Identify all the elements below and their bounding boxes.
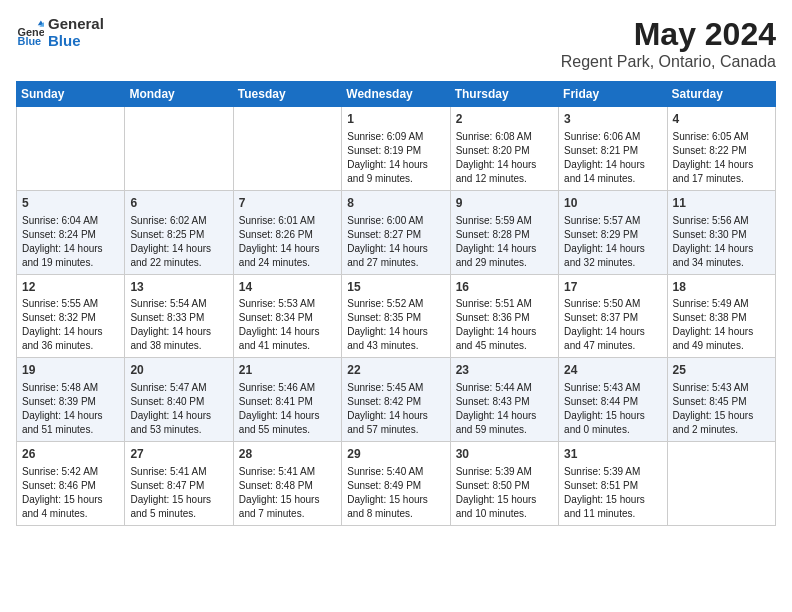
day-header-sunday: Sunday xyxy=(17,82,125,107)
logo-text-general: General xyxy=(48,16,104,33)
day-info-text: Sunset: 8:39 PM xyxy=(22,395,119,409)
day-number: 12 xyxy=(22,279,119,296)
day-info-text: Sunrise: 5:59 AM xyxy=(456,214,553,228)
calendar-cell: 8Sunrise: 6:00 AMSunset: 8:27 PMDaylight… xyxy=(342,190,450,274)
calendar-cell: 19Sunrise: 5:48 AMSunset: 8:39 PMDayligh… xyxy=(17,358,125,442)
day-number: 17 xyxy=(564,279,661,296)
day-info-text: and 0 minutes. xyxy=(564,423,661,437)
calendar-cell: 18Sunrise: 5:49 AMSunset: 8:38 PMDayligh… xyxy=(667,274,775,358)
day-info-text: Sunset: 8:35 PM xyxy=(347,311,444,325)
calendar-header: SundayMondayTuesdayWednesdayThursdayFrid… xyxy=(17,82,776,107)
day-number: 16 xyxy=(456,279,553,296)
day-info-text: Sunset: 8:22 PM xyxy=(673,144,770,158)
day-info-text: Sunrise: 6:01 AM xyxy=(239,214,336,228)
day-info-text: and 11 minutes. xyxy=(564,507,661,521)
day-number: 30 xyxy=(456,446,553,463)
calendar-cell: 30Sunrise: 5:39 AMSunset: 8:50 PMDayligh… xyxy=(450,442,558,526)
day-info-text: Sunset: 8:41 PM xyxy=(239,395,336,409)
calendar-cell: 6Sunrise: 6:02 AMSunset: 8:25 PMDaylight… xyxy=(125,190,233,274)
day-info-text: Sunset: 8:38 PM xyxy=(673,311,770,325)
day-info-text: Sunset: 8:29 PM xyxy=(564,228,661,242)
day-number: 8 xyxy=(347,195,444,212)
day-info-text: Sunrise: 6:06 AM xyxy=(564,130,661,144)
day-number: 23 xyxy=(456,362,553,379)
day-info-text: Sunrise: 6:05 AM xyxy=(673,130,770,144)
day-info-text: Sunset: 8:37 PM xyxy=(564,311,661,325)
calendar-cell: 14Sunrise: 5:53 AMSunset: 8:34 PMDayligh… xyxy=(233,274,341,358)
day-info-text: Sunset: 8:21 PM xyxy=(564,144,661,158)
calendar-cell: 7Sunrise: 6:01 AMSunset: 8:26 PMDaylight… xyxy=(233,190,341,274)
day-info-text: Daylight: 14 hours xyxy=(239,242,336,256)
day-info-text: Daylight: 15 hours xyxy=(456,493,553,507)
day-info-text: Sunrise: 5:41 AM xyxy=(239,465,336,479)
calendar-cell: 16Sunrise: 5:51 AMSunset: 8:36 PMDayligh… xyxy=(450,274,558,358)
day-number: 28 xyxy=(239,446,336,463)
day-info-text: and 19 minutes. xyxy=(22,256,119,270)
day-info-text: and 45 minutes. xyxy=(456,339,553,353)
day-info-text: Sunrise: 5:45 AM xyxy=(347,381,444,395)
day-info-text: Sunset: 8:24 PM xyxy=(22,228,119,242)
title-block: May 2024 Regent Park, Ontario, Canada xyxy=(561,16,776,71)
day-header-thursday: Thursday xyxy=(450,82,558,107)
day-info-text: Sunrise: 5:43 AM xyxy=(564,381,661,395)
day-info-text: Sunrise: 5:55 AM xyxy=(22,297,119,311)
day-info-text: Sunrise: 5:46 AM xyxy=(239,381,336,395)
day-info-text: Sunrise: 5:39 AM xyxy=(564,465,661,479)
day-info-text: Sunset: 8:28 PM xyxy=(456,228,553,242)
day-info-text: and 17 minutes. xyxy=(673,172,770,186)
day-info-text: Sunset: 8:32 PM xyxy=(22,311,119,325)
day-info-text: Daylight: 15 hours xyxy=(130,493,227,507)
day-info-text: Sunset: 8:36 PM xyxy=(456,311,553,325)
day-info-text: Daylight: 14 hours xyxy=(22,325,119,339)
day-info-text: Daylight: 14 hours xyxy=(347,325,444,339)
day-info-text: Sunrise: 6:02 AM xyxy=(130,214,227,228)
day-info-text: Daylight: 14 hours xyxy=(22,409,119,423)
day-number: 20 xyxy=(130,362,227,379)
calendar-cell: 22Sunrise: 5:45 AMSunset: 8:42 PMDayligh… xyxy=(342,358,450,442)
day-info-text: Daylight: 14 hours xyxy=(130,242,227,256)
day-info-text: Sunset: 8:26 PM xyxy=(239,228,336,242)
day-number: 3 xyxy=(564,111,661,128)
day-info-text: and 5 minutes. xyxy=(130,507,227,521)
calendar-cell: 3Sunrise: 6:06 AMSunset: 8:21 PMDaylight… xyxy=(559,107,667,191)
day-info-text: Sunrise: 5:51 AM xyxy=(456,297,553,311)
day-number: 15 xyxy=(347,279,444,296)
day-number: 13 xyxy=(130,279,227,296)
calendar-cell: 26Sunrise: 5:42 AMSunset: 8:46 PMDayligh… xyxy=(17,442,125,526)
calendar-cell: 17Sunrise: 5:50 AMSunset: 8:37 PMDayligh… xyxy=(559,274,667,358)
day-info-text: and 8 minutes. xyxy=(347,507,444,521)
day-info-text: and 34 minutes. xyxy=(673,256,770,270)
page-header: General Blue General Blue May 2024 Regen… xyxy=(16,16,776,71)
day-info-text: Sunrise: 6:09 AM xyxy=(347,130,444,144)
day-info-text: Sunrise: 5:41 AM xyxy=(130,465,227,479)
day-info-text: Daylight: 14 hours xyxy=(673,325,770,339)
day-info-text: Sunrise: 6:08 AM xyxy=(456,130,553,144)
day-header-friday: Friday xyxy=(559,82,667,107)
day-info-text: Sunset: 8:19 PM xyxy=(347,144,444,158)
calendar-table: SundayMondayTuesdayWednesdayThursdayFrid… xyxy=(16,81,776,526)
day-number: 27 xyxy=(130,446,227,463)
calendar-cell: 11Sunrise: 5:56 AMSunset: 8:30 PMDayligh… xyxy=(667,190,775,274)
calendar-cell xyxy=(233,107,341,191)
day-number: 11 xyxy=(673,195,770,212)
day-info-text: Sunrise: 5:44 AM xyxy=(456,381,553,395)
day-info-text: Sunset: 8:44 PM xyxy=(564,395,661,409)
day-header-tuesday: Tuesday xyxy=(233,82,341,107)
logo-text-blue: Blue xyxy=(48,33,104,50)
day-info-text: and 12 minutes. xyxy=(456,172,553,186)
week-row-5: 26Sunrise: 5:42 AMSunset: 8:46 PMDayligh… xyxy=(17,442,776,526)
day-number: 4 xyxy=(673,111,770,128)
day-info-text: and 51 minutes. xyxy=(22,423,119,437)
calendar-cell: 5Sunrise: 6:04 AMSunset: 8:24 PMDaylight… xyxy=(17,190,125,274)
day-info-text: and 10 minutes. xyxy=(456,507,553,521)
day-number: 5 xyxy=(22,195,119,212)
day-info-text: Sunrise: 6:04 AM xyxy=(22,214,119,228)
day-number: 26 xyxy=(22,446,119,463)
day-info-text: Daylight: 14 hours xyxy=(456,325,553,339)
week-row-3: 12Sunrise: 5:55 AMSunset: 8:32 PMDayligh… xyxy=(17,274,776,358)
page-subtitle: Regent Park, Ontario, Canada xyxy=(561,53,776,71)
calendar-cell: 25Sunrise: 5:43 AMSunset: 8:45 PMDayligh… xyxy=(667,358,775,442)
day-info-text: and 47 minutes. xyxy=(564,339,661,353)
day-info-text: and 53 minutes. xyxy=(130,423,227,437)
day-info-text: and 9 minutes. xyxy=(347,172,444,186)
